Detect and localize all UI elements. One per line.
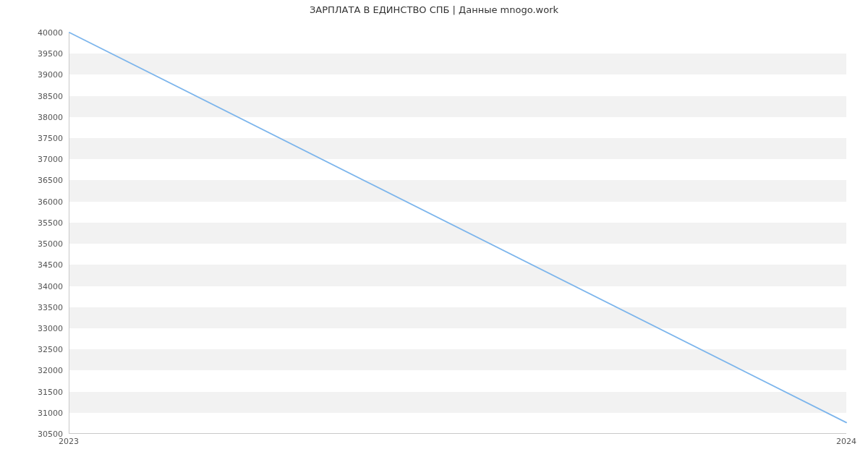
y-tick-label: 40000 — [0, 28, 63, 38]
y-tick-label: 30500 — [0, 430, 63, 439]
y-tick-label: 34000 — [0, 281, 63, 291]
plot-area — [69, 33, 846, 434]
y-tick-label: 33000 — [0, 323, 63, 333]
y-tick-label: 34500 — [0, 260, 63, 270]
y-tick-label: 39000 — [0, 70, 63, 80]
y-tick-label: 37000 — [0, 155, 63, 164]
line-layer — [69, 33, 846, 433]
y-tick-label: 35500 — [0, 218, 63, 227]
y-tick-label: 36000 — [0, 197, 63, 206]
y-tick-label: 31500 — [0, 387, 63, 396]
chart-container: ЗАРПЛАТА В ЕДИНСТВО СПБ | Данные mnogo.w… — [0, 0, 868, 470]
x-tick-label: 2024 — [836, 437, 856, 446]
y-tick-label: 33500 — [0, 302, 63, 312]
chart-title: ЗАРПЛАТА В ЕДИНСТВО СПБ | Данные mnogo.w… — [0, 4, 868, 15]
x-tick-label: 2023 — [59, 437, 79, 446]
y-tick-label: 35000 — [0, 239, 63, 249]
y-tick-label: 39500 — [0, 49, 63, 59]
y-tick-label: 36500 — [0, 176, 63, 185]
y-tick-label: 38500 — [0, 91, 63, 101]
y-tick-label: 37500 — [0, 134, 63, 143]
y-tick-label: 38000 — [0, 112, 63, 121]
y-tick-label: 32500 — [0, 345, 63, 354]
y-tick-label: 32000 — [0, 366, 63, 375]
y-tick-label: 31000 — [0, 408, 63, 417]
